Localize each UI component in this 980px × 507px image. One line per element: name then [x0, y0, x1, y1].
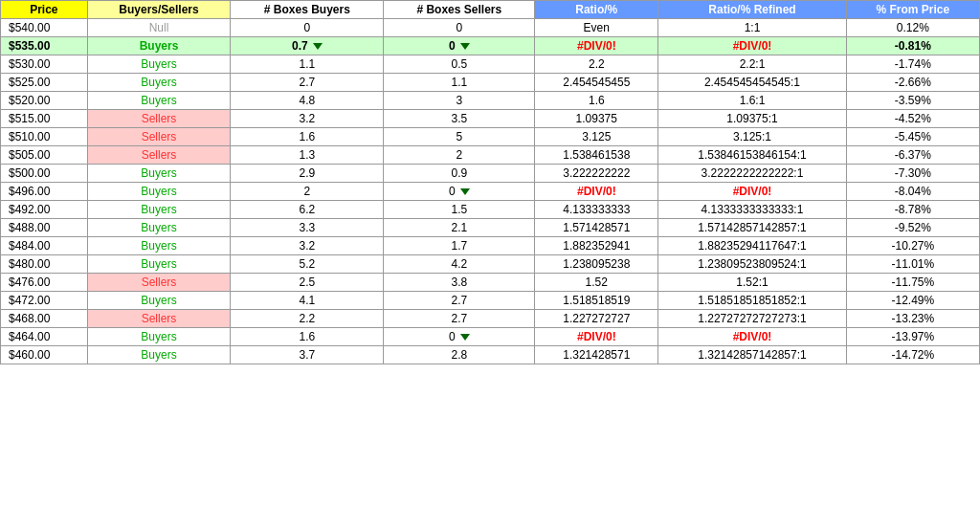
ratio-cell: 1.09375 — [535, 110, 658, 128]
boxes-sellers-cell: 3.8 — [384, 274, 535, 292]
boxes-sellers-cell: 0 — [384, 328, 535, 346]
price-cell: $530.00 — [1, 55, 88, 74]
price-cell: $515.00 — [1, 110, 88, 128]
triangle-down-icon — [460, 334, 470, 341]
from-price-cell: -9.52% — [846, 219, 979, 237]
boxes-buyers-cell: 3.2 — [231, 110, 384, 128]
price-cell: $484.00 — [1, 237, 88, 255]
boxes-sellers-cell: 0.5 — [384, 55, 535, 74]
buyers-sellers-cell: Buyers — [87, 74, 231, 92]
ratio-header: Ratio/% — [535, 1, 658, 19]
boxes-sellers-cell: 1.7 — [384, 237, 535, 255]
boxes-buyers-cell: 2 — [231, 183, 384, 201]
ratio-cell: 1.238095238 — [535, 255, 658, 274]
buyers-sellers-cell: Sellers — [87, 128, 231, 146]
ratio-cell: 1.6 — [535, 92, 658, 110]
table-row: $540.00Null00Even1:10.12% — [1, 19, 980, 37]
ratio-cell: 1.321428571 — [535, 346, 658, 364]
boxes-sellers-cell: 3.5 — [384, 110, 535, 128]
price-cell: $468.00 — [1, 310, 88, 328]
buyers-sellers-header: Buyers/Sellers — [87, 1, 231, 19]
boxes-buyers-cell: 5.2 — [231, 255, 384, 274]
from-price-cell: -0.81% — [846, 37, 979, 55]
from-price-cell: -12.49% — [846, 292, 979, 310]
buyers-sellers-cell: Null — [87, 19, 231, 37]
ratio-refined-cell: 1.23809523809524:1 — [658, 255, 846, 274]
from-price-cell: -10.27% — [846, 237, 979, 255]
price-cell: $480.00 — [1, 255, 88, 274]
table-row: $500.00Buyers2.90.93.2222222223.22222222… — [1, 165, 980, 183]
ratio-cell: #DIV/0! — [535, 37, 658, 55]
boxes-sellers-header: # Boxes Sellers — [384, 1, 535, 19]
ratio-refined-cell: 1.6:1 — [658, 92, 846, 110]
price-cell: $460.00 — [1, 346, 88, 364]
table-row: $520.00Buyers4.831.61.6:1-3.59% — [1, 92, 980, 110]
boxes-sellers-cell: 2.1 — [384, 219, 535, 237]
from-price-cell: -14.72% — [846, 346, 979, 364]
ratio-refined-header: Ratio/% Refined — [658, 1, 846, 19]
ratio-cell: 2.2 — [535, 55, 658, 74]
from-price-cell: -3.59% — [846, 92, 979, 110]
boxes-sellers-cell: 2 — [384, 146, 535, 165]
table-row: $480.00Buyers5.24.21.2380952381.23809523… — [1, 255, 980, 274]
buyers-sellers-cell: Sellers — [87, 310, 231, 328]
from-price-cell: -13.23% — [846, 310, 979, 328]
triangle-down-icon — [460, 188, 470, 195]
ratio-refined-cell: #DIV/0! — [658, 328, 846, 346]
boxes-buyers-cell: 1.3 — [231, 146, 384, 165]
price-cell: $496.00 — [1, 183, 88, 201]
ratio-refined-cell: 1.51851851851852:1 — [658, 292, 846, 310]
boxes-sellers-cell: 1.5 — [384, 201, 535, 219]
from-price-cell: -4.52% — [846, 110, 979, 128]
boxes-sellers-cell: 2.8 — [384, 346, 535, 364]
ratio-refined-cell: 1:1 — [658, 19, 846, 37]
from-price-cell: -13.97% — [846, 328, 979, 346]
triangle-down-icon — [313, 43, 323, 50]
boxes-sellers-cell: 3 — [384, 92, 535, 110]
ratio-cell: 4.133333333 — [535, 201, 658, 219]
buyers-sellers-cell: Buyers — [87, 201, 231, 219]
boxes-buyers-cell: 0 — [231, 19, 384, 37]
buyers-sellers-cell: Buyers — [87, 328, 231, 346]
from-price-cell: -11.75% — [846, 274, 979, 292]
buyers-sellers-cell: Buyers — [87, 55, 231, 74]
triangle-down-icon — [460, 43, 470, 50]
boxes-sellers-cell: 2.7 — [384, 292, 535, 310]
price-cell: $464.00 — [1, 328, 88, 346]
price-cell: $510.00 — [1, 128, 88, 146]
from-price-cell: -5.45% — [846, 128, 979, 146]
table-row: $476.00Sellers2.53.81.521.52:1-11.75% — [1, 274, 980, 292]
ratio-refined-cell: 1.52:1 — [658, 274, 846, 292]
boxes-buyers-cell: 2.2 — [231, 310, 384, 328]
boxes-sellers-cell: 0 — [384, 183, 535, 201]
ratio-refined-cell: 4.1333333333333:1 — [658, 201, 846, 219]
table-row: $468.00Sellers2.22.71.2272727271.2272727… — [1, 310, 980, 328]
price-cell: $520.00 — [1, 92, 88, 110]
boxes-buyers-cell: 1.1 — [231, 55, 384, 74]
ratio-cell: 1.227272727 — [535, 310, 658, 328]
price-cell: $488.00 — [1, 219, 88, 237]
boxes-buyers-cell: 1.6 — [231, 328, 384, 346]
ratio-refined-cell: 1.22727272727273:1 — [658, 310, 846, 328]
table-row: $460.00Buyers3.72.81.3214285711.32142857… — [1, 346, 980, 364]
boxes-sellers-cell: 1.1 — [384, 74, 535, 92]
boxes-sellers-cell: 4.2 — [384, 255, 535, 274]
from-price-cell: -2.66% — [846, 74, 979, 92]
buyers-sellers-cell: Buyers — [87, 37, 231, 55]
buyers-sellers-cell: Buyers — [87, 219, 231, 237]
ratio-refined-cell: 2.2:1 — [658, 55, 846, 74]
table-row: $525.00Buyers2.71.12.4545454552.45454545… — [1, 74, 980, 92]
buyers-sellers-cell: Buyers — [87, 237, 231, 255]
boxes-sellers-cell: 0 — [384, 37, 535, 55]
boxes-buyers-cell: 4.8 — [231, 92, 384, 110]
ratio-cell: 3.222222222 — [535, 165, 658, 183]
buyers-sellers-cell: Sellers — [87, 146, 231, 165]
buyers-sellers-cell: Buyers — [87, 346, 231, 364]
ratio-cell: 1.538461538 — [535, 146, 658, 165]
boxes-buyers-cell: 3.3 — [231, 219, 384, 237]
ratio-refined-cell: 1.53846153846154:1 — [658, 146, 846, 165]
buyers-sellers-cell: Sellers — [87, 110, 231, 128]
ratio-cell: 1.571428571 — [535, 219, 658, 237]
buyers-sellers-cell: Sellers — [87, 274, 231, 292]
buyers-sellers-cell: Buyers — [87, 292, 231, 310]
